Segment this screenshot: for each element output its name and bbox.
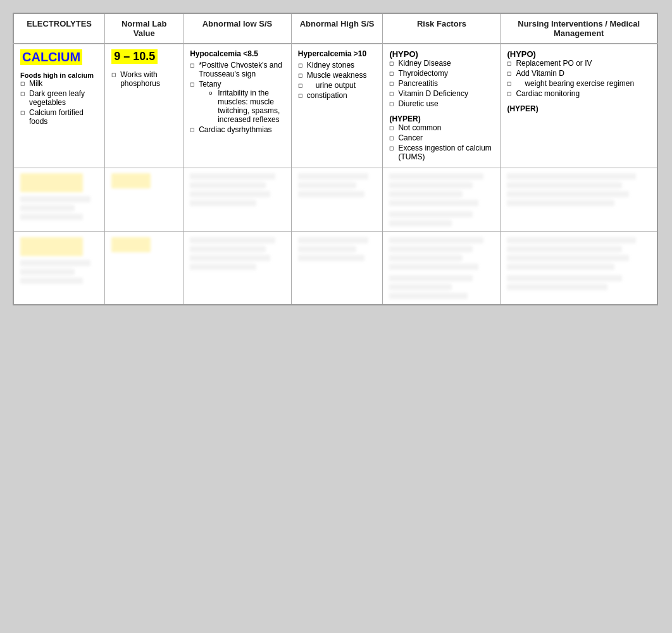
- risk-not-common: Not common: [389, 123, 494, 132]
- calcium-label: CALCIUM: [20, 49, 98, 65]
- blurred-row-1: [13, 168, 657, 232]
- urine-output: urine output: [298, 81, 376, 90]
- risk-pancreatitis: Pancreatitis: [389, 79, 494, 88]
- constipation: constipation: [298, 91, 376, 100]
- food-sources: Foods high in calcium Milk Dark green le…: [20, 71, 98, 126]
- kidney-stones: Kidney stones: [298, 61, 376, 70]
- hypercalcemia-list: Kidney stones Muscle weakness urine outp…: [298, 61, 376, 100]
- risk-excess-calcium: Excess ingestion of calcium (TUMS): [389, 144, 494, 161]
- blurred-cell-2b: [105, 232, 184, 305]
- col-header-abnormal-high: Abnormal High S/S: [291, 13, 383, 44]
- tetany-sublist: Irritability in the muscles: muscle twit…: [199, 89, 285, 124]
- blurred-cell-1f: [501, 168, 657, 232]
- risk-cancer: Cancer: [389, 133, 494, 142]
- nursing-cardiac-monitoring: Cardiac monitoring: [507, 89, 650, 98]
- hypo-nursing-label: (HYPO): [507, 49, 650, 59]
- nursing-replacement: Replacement PO or IV: [507, 59, 650, 68]
- col-header-risk: Risk Factors: [383, 13, 501, 44]
- nursing-weight-bearing: weight bearing exercise regimen: [507, 79, 650, 88]
- hyper-nursing-label: (HYPER): [507, 104, 650, 113]
- cardiac-dysrhythmias: Cardiac dysrhythmias: [190, 125, 285, 134]
- food-sources-label: Foods high in calcium: [20, 71, 98, 79]
- calcium-normal-cell: 9 – 10.5 Works with phosphorus: [105, 44, 184, 168]
- blurred-row-2: [13, 232, 657, 305]
- hyper-risk-list: Not common Cancer Excess ingestion of ca…: [389, 123, 494, 161]
- risk-kidney-disease: Kidney Disease: [389, 59, 494, 68]
- calcium-nursing-cell: (HYPO) Replacement PO or IV Add Vitamin …: [501, 44, 657, 168]
- col-header-electrolytes: ELECTROLYTES: [13, 13, 105, 44]
- calcium-abnormal-low-cell: Hypocalcemia <8.5 *Positive Chvostek's a…: [184, 44, 292, 168]
- works-with-phosphorus: Works with phosphorus: [111, 70, 177, 88]
- col-header-abnormal-low: Abnormal low S/S: [184, 13, 292, 44]
- blurred-cell-2c: [184, 232, 292, 305]
- food-item-milk: Milk: [20, 79, 98, 88]
- food-item-fortified: Calcium fortified foods: [20, 108, 98, 126]
- food-item-greens: Dark green leafy vegetables: [20, 89, 98, 107]
- blurred-cell-1a: [13, 168, 105, 232]
- hypercalcemia-title: Hypercalcemia >10: [298, 49, 376, 58]
- hypocalcemia-title: Hypocalcemia <8.5: [190, 49, 285, 58]
- hyper-risk-label: (HYPER): [389, 114, 494, 123]
- calcium-risk-cell: (HYPO) Kidney Disease Thyroidectomy Panc…: [383, 44, 501, 168]
- col-header-normal: Normal Lab Value: [105, 13, 184, 44]
- hypo-nursing-list: Replacement PO or IV Add Vitamin D weigh…: [507, 59, 650, 98]
- blurred-cell-1b: [105, 168, 184, 232]
- normal-value: 9 – 10.5: [111, 49, 158, 64]
- blurred-cell-2d: [291, 232, 383, 305]
- blurred-cell-1e: [383, 168, 501, 232]
- electrolytes-table: ELECTROLYTES Normal Lab Value Abnormal l…: [13, 13, 658, 305]
- tetany-detail: Irritability in the muscles: muscle twit…: [209, 89, 285, 124]
- calcium-abnormal-high-cell: Hypercalcemia >10 Kidney stones Muscle w…: [291, 44, 383, 168]
- tetany: Tetany Irritability in the muscles: musc…: [190, 80, 285, 124]
- nursing-vitamin-d: Add Vitamin D: [507, 69, 650, 78]
- food-sources-list: Milk Dark green leafy vegetables Calcium…: [20, 79, 98, 126]
- calcium-electrolyte-cell: CALCIUM Foods high in calcium Milk Dark …: [13, 44, 105, 168]
- calcium-row: CALCIUM Foods high in calcium Milk Dark …: [13, 44, 657, 168]
- hypocalcemia-list: *Positive Chvostek's and Trousseau's sig…: [190, 61, 285, 134]
- works-with: Works with phosphorus: [111, 70, 177, 88]
- hypo-risk-label: (HYPO): [389, 49, 494, 59]
- chvostek-sign: *Positive Chvostek's and Trousseau's sig…: [190, 61, 285, 78]
- blurred-cell-2a: [13, 232, 105, 305]
- blurred-cell-1c: [184, 168, 292, 232]
- risk-thyroidectomy: Thyroidectomy: [389, 69, 494, 78]
- col-header-nursing: Nursing Interventions / Medical Manageme…: [501, 13, 657, 44]
- blurred-cell-2e: [383, 232, 501, 305]
- muscle-weakness: Muscle weakness: [298, 71, 376, 80]
- blurred-cell-2f: [501, 232, 657, 305]
- blurred-cell-1d: [291, 168, 383, 232]
- hypo-risk-list: Kidney Disease Thyroidectomy Pancreatiti…: [389, 59, 494, 108]
- risk-diuretic: Diuretic use: [389, 99, 494, 108]
- risk-vitamin-d: Vitamin D Deficiency: [389, 89, 494, 98]
